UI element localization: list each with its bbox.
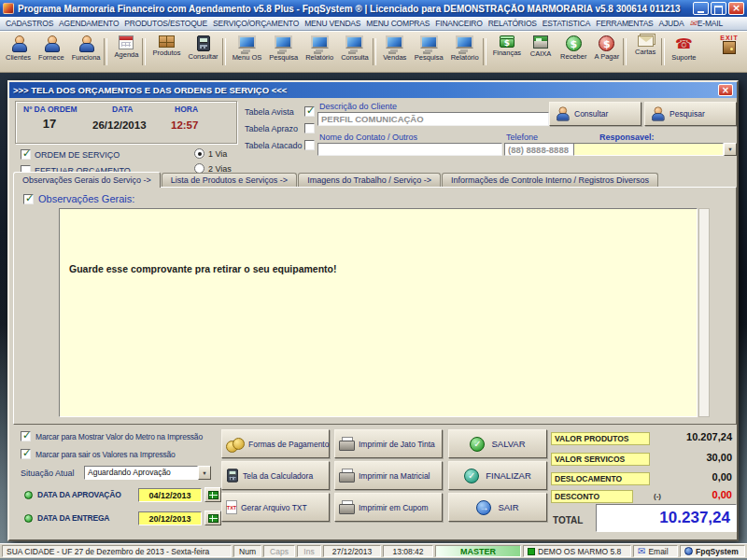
one-copy-radio-row[interactable]: 1 Via — [194, 148, 227, 159]
toolbar-icon — [43, 35, 60, 52]
toolbar-button[interactable]: Consulta — [337, 33, 373, 71]
price-table-checkbox[interactable] — [304, 123, 315, 133]
toolbar-icon — [10, 35, 27, 52]
toolbar-button[interactable]: Agenda — [110, 33, 142, 71]
print-matrix-label: Imprimir na Matricial — [359, 471, 430, 481]
show-meter-value-checkbox[interactable] — [21, 431, 31, 441]
exit-button[interactable]: EXIT — [713, 33, 745, 71]
price-table-checkbox[interactable] — [304, 140, 315, 150]
order-of-service-checkbox[interactable] — [21, 149, 31, 160]
toolbar-icon — [456, 35, 473, 49]
menu-item[interactable]: PRODUTOS/ESTOQUE — [121, 17, 210, 30]
menu-item[interactable]: E-MAIL — [686, 17, 725, 30]
toolbar-button[interactable]: Menu OS — [229, 33, 266, 71]
toolbar-button[interactable]: Consultar — [185, 33, 222, 71]
toolbar-button[interactable]: Receber — [557, 33, 590, 71]
tab[interactable]: Imagens do Trabalho / Serviço -> — [298, 173, 441, 187]
toolbar-button[interactable]: Produtos — [148, 33, 184, 71]
toolbar-button[interactable]: A Pagar — [590, 33, 623, 71]
tab[interactable]: Informações de Controle Interno / Regist… — [442, 173, 658, 187]
consult-client-button[interactable]: Consultar — [549, 102, 641, 126]
tab[interactable]: Observações Gerais do Serviço -> — [13, 172, 161, 188]
status-email[interactable]: ✉ Email — [633, 545, 678, 557]
payment-methods-button[interactable]: Formas de Pagamento — [221, 429, 330, 458]
exit-dialog-button[interactable]: → SAIR — [448, 493, 547, 522]
price-table-option[interactable]: Tabela Atacado — [245, 140, 315, 150]
toolbar-button[interactable]: Finanças — [489, 33, 525, 71]
search-client-button[interactable]: Pesquisar — [644, 102, 737, 126]
tab[interactable]: Lista de Produtos e Serviços -> — [162, 173, 297, 187]
toolbar-button[interactable]: Vendas — [379, 33, 411, 71]
menu-item[interactable]: MENU VENDAS — [302, 17, 363, 30]
green-bullet-icon — [24, 514, 33, 523]
delivery-calendar-button[interactable] — [204, 511, 221, 525]
toolbar-button-label: Relatório — [451, 53, 479, 62]
menu-item[interactable]: RELATÓRIOS — [486, 17, 540, 30]
price-table-label: Tabela Atacado — [245, 141, 304, 150]
menu-item[interactable]: CADASTROS — [3, 17, 56, 30]
delivery-date-value[interactable]: 20/12/2013 — [138, 511, 202, 525]
approval-calendar-button[interactable] — [204, 487, 221, 502]
menu-item[interactable]: FERRAMENTAS — [593, 17, 655, 30]
toolbar-button[interactable]: Pesquisa — [265, 33, 302, 71]
dialog-close-icon[interactable] — [718, 84, 733, 96]
responsible-combobox[interactable]: ▼ — [573, 143, 737, 156]
menu-item[interactable]: AJUDA — [656, 17, 687, 30]
window-titlebar: Programa Marmoraria Financeiro com Agend… — [0, 0, 747, 17]
toolbar-button-label: A Pagar — [594, 52, 619, 61]
chevron-down-icon[interactable]: ▼ — [724, 143, 737, 156]
price-table-option[interactable]: Tabela Aprazo — [245, 123, 315, 133]
exit-door-icon — [723, 41, 736, 54]
minimize-icon[interactable] — [693, 2, 709, 15]
show-values-checkbox[interactable] — [21, 449, 31, 459]
menu-item[interactable]: SERVIÇO/ORÇAMENTO — [210, 17, 302, 30]
close-icon[interactable] — [728, 2, 744, 15]
menu-item[interactable]: MENU COMPRAS — [363, 17, 432, 30]
generate-txt-button[interactable]: TXT Gerar Arquivo TXT — [221, 493, 330, 522]
chevron-down-icon[interactable]: ▼ — [198, 466, 211, 480]
dialog-titlebar[interactable]: >>> TELA DOS ORÇAMENTOS E DAS ORDENS DE … — [9, 82, 737, 98]
toolbar-button-label: CAIXA — [530, 49, 552, 58]
one-copy-label: 1 Via — [208, 149, 227, 159]
price-table-option[interactable]: Tabela Avista — [245, 106, 315, 117]
print-coupon-button[interactable]: Imprimir em Cupom — [334, 493, 443, 522]
toolbar-button[interactable]: Relatório — [447, 33, 483, 71]
print-matrix-button[interactable]: Imprimir na Matricial — [334, 461, 443, 490]
order-number-value: 17 — [23, 117, 76, 131]
textarea-scrollbar[interactable] — [698, 208, 710, 417]
menu-item-icon — [689, 19, 696, 28]
toolbar-button[interactable]: Pesquisa — [411, 33, 447, 71]
menu-item[interactable]: ESTATISTICA — [540, 17, 593, 30]
general-observations-checkbox[interactable] — [23, 194, 34, 204]
show-meter-value-option[interactable]: Marcar para Mostrar Valor do Metro na Im… — [21, 431, 203, 441]
toolbar-button[interactable]: Cartas — [629, 33, 661, 71]
toolbar-button[interactable]: CAIXA — [525, 33, 557, 71]
show-values-option[interactable]: Marcar para sair os Valores na Impressão — [21, 449, 176, 459]
general-observations-row[interactable]: Observações Gerais: — [23, 193, 134, 204]
finalize-button[interactable]: ✓ FINALIZAR — [448, 461, 547, 490]
contact-name-input[interactable] — [317, 143, 502, 156]
save-button[interactable]: ✓ SALVAR — [448, 429, 547, 458]
toolbar-button[interactable]: Funciona — [68, 33, 105, 71]
price-table-checkbox[interactable] — [304, 106, 315, 117]
status-time: 13:08:42 — [383, 545, 433, 557]
green-bullet-icon — [24, 491, 33, 499]
observations-textarea[interactable]: Guarde esse comprovante pra retirar o se… — [59, 208, 698, 417]
maximize-icon[interactable] — [711, 2, 726, 15]
calculator-button[interactable]: Tela da Calculadora — [221, 461, 330, 490]
toolbar-button[interactable]: Suporte — [668, 33, 699, 71]
toolbar-button[interactable]: Fornece — [35, 33, 68, 71]
consult-client-label: Consultar — [574, 109, 608, 119]
approval-date-value[interactable]: 04/12/2013 — [138, 488, 202, 502]
toolbar-button[interactable]: Relatório — [302, 33, 337, 71]
current-situation-combobox[interactable]: Aguardando Aprovação ▼ — [84, 466, 211, 480]
generate-txt-label: Gerar Arquivo TXT — [241, 503, 307, 512]
print-inkjet-button[interactable]: Imprimir de Jato Tinta — [334, 429, 443, 458]
one-copy-radio[interactable] — [194, 148, 204, 159]
client-description-input[interactable] — [317, 112, 549, 126]
menu-item[interactable]: AGENDAMENTO — [56, 17, 121, 30]
menu-item[interactable]: FINANCEIRO — [432, 17, 485, 30]
order-of-service-checkbox-row[interactable]: ORDEM DE SERVIÇO — [21, 149, 120, 160]
toolbar-icon — [675, 35, 692, 52]
toolbar-button[interactable]: Clientes — [2, 33, 35, 71]
